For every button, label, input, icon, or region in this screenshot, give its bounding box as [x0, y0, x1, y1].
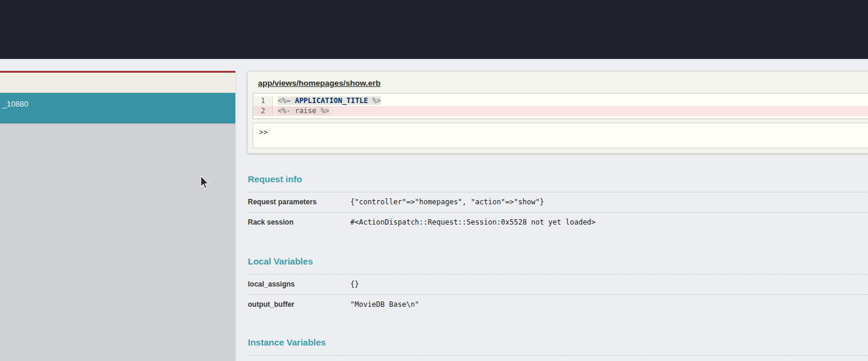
row-value: #<ActionDispatch::Request::Session:0x552…	[350, 218, 596, 226]
row-value: {"controller"=>"homepages", "action"=>"s…	[350, 198, 544, 206]
table-row: output_buffer "MovieDB Base\n"	[247, 294, 868, 315]
row-label: Request parameters	[248, 198, 350, 206]
stack-frame-item-selected[interactable]: _10880	[0, 93, 235, 123]
row-value: {}	[350, 280, 359, 288]
row-label: Rack session	[248, 218, 350, 226]
row-label: local_assigns	[248, 280, 350, 288]
table-row: Request parameters {"controller"=>"homep…	[247, 192, 868, 212]
sidebar-frame-list	[0, 123, 235, 361]
instance-variables-table: @_routes nil	[247, 355, 868, 361]
code-listing: 1 <%= APPLICATION_TITLE %> 2 <%- raise %…	[253, 93, 868, 119]
backtrace-sidebar: _10880	[0, 71, 235, 361]
row-value: "MovieDB Base\n"	[350, 300, 419, 309]
line-number-1: 1	[253, 96, 273, 106]
code-line-2-error: 2 <%- raise %>	[253, 106, 868, 116]
erb-close-tag: %>	[316, 107, 329, 115]
top-navbar	[0, 0, 868, 59]
stack-frame-label: _10880	[2, 99, 28, 108]
table-row: Rack session #<ActionDispatch::Request::…	[247, 212, 868, 232]
section-heading-request-info: Request info	[248, 174, 868, 184]
row-label: output_buffer	[248, 300, 350, 309]
erb-constant: APPLICATION_TITLE	[295, 97, 368, 105]
table-row: local_assigns {}	[247, 274, 868, 294]
section-heading-local-variables: Local Variables	[248, 256, 868, 266]
table-row: @_routes nil	[247, 355, 868, 361]
source-code-panel: app/views/homepages/show.erb 1 <%= APPLI…	[247, 71, 868, 154]
erb-open-tag: <%=	[278, 97, 295, 105]
source-file-path: app/views/homepages/show.erb	[248, 71, 868, 93]
code-line-1: 1 <%= APPLICATION_TITLE %>	[253, 96, 868, 106]
sidebar-header	[0, 73, 235, 93]
erb-keyword-raise: raise	[295, 107, 316, 115]
section-heading-instance-variables: Instance Variables	[248, 337, 868, 347]
request-info-table: Request parameters {"controller"=>"homep…	[247, 192, 868, 232]
repl-console[interactable]: >>	[253, 123, 868, 148]
code-text-1: <%= APPLICATION_TITLE %>	[273, 96, 381, 106]
line-number-2: 2	[253, 106, 273, 116]
code-text-2: <%- raise %>	[273, 106, 329, 116]
local-variables-table: local_assigns {} output_buffer "MovieDB …	[247, 274, 868, 315]
erb-open-tag: <%-	[278, 107, 295, 115]
erb-close-tag: %>	[368, 97, 381, 105]
error-detail-pane: app/views/homepages/show.erb 1 <%= APPLI…	[247, 71, 868, 361]
console-prompt: >>	[259, 128, 267, 136]
console-input[interactable]	[271, 128, 868, 136]
